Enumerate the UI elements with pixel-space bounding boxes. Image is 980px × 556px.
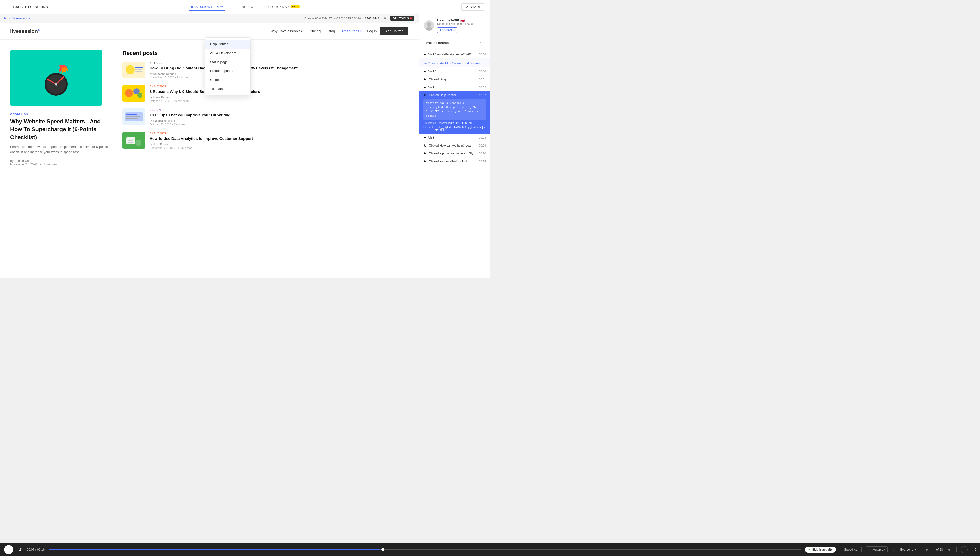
event-clicked-help-search[interactable]: 🖱 Clicked How can we help? Learn how... … [419, 141, 490, 149]
monitor-icon: 🖥 [383, 17, 386, 20]
post-item-4[interactable]: ANALYTICS How to Use Data Analytics to I… [123, 132, 408, 149]
event-visit-2[interactable]: ➤ Visit . 00:02 [419, 83, 490, 91]
event-clicked-img[interactable]: 🖱 Clicked img.img-fluid.d-block 00:15 [419, 157, 490, 165]
dropdown-status-page[interactable]: Status page [205, 57, 250, 66]
url-bar: https://livesession.io/ Chrome 88.0.4324… [0, 14, 418, 23]
timeline-header: Timeline events ··· [419, 37, 490, 48]
dev-tools-dot [410, 17, 412, 19]
signup-button[interactable]: Sign up free [380, 27, 408, 35]
post-info-4: ANALYTICS How to Use Data Analytics to I… [150, 132, 408, 149]
post-item-1[interactable]: ARTICLE How To Bring Old Content Back To… [123, 61, 408, 79]
tab-session-replay[interactable]: ⏺ SESSION REPLAY [189, 3, 225, 11]
site-logo: livesession° [10, 28, 40, 34]
url-text: https://livesession.io/ [4, 16, 32, 20]
event-visit-newsletters[interactable]: ➤ Visit /newsletters/january-2020/ 00:00 [419, 50, 490, 58]
svg-point-23 [135, 140, 141, 146]
post-info-3: DESIGN 10 UI Tips That Will Improve Your… [150, 108, 408, 126]
resolution-text: 2560x1440 [365, 17, 379, 20]
flag-icon: 🇵🇱 [460, 18, 465, 22]
timeline-options-button[interactable]: ··· [480, 40, 485, 45]
event-detail-element: Element a.link__StyledLink-dl3k9h-0.eggE… [423, 126, 486, 131]
event-visit-3[interactable]: ➤ Visit . 00:08 [419, 134, 490, 141]
visit-icon: ➤ [423, 52, 426, 56]
post-thumbnail-3 [123, 108, 145, 125]
play-circle-icon: ⏺ [191, 5, 194, 9]
top-nav: ⏺ SESSION REPLAY ◻ INSPECT ◎ CLICKMAP BE… [189, 3, 300, 11]
event-clicked-input[interactable]: 🖱 Clicked input.autocomplete__StyledI...… [419, 149, 490, 157]
dropdown-tutorials[interactable]: Tutorials [205, 84, 250, 93]
post-info-2: ANALYTICS 8 Reasons Why UX Should Be a P… [150, 85, 408, 102]
right-sidebar: User fba9e9f0 🇵🇱 December 8th 2020, 11:0… [418, 14, 490, 278]
sidebar-user-section: User fba9e9f0 🇵🇱 December 8th 2020, 11:0… [419, 14, 490, 37]
click-icon: 🖱 [423, 159, 427, 163]
svg-rect-6 [135, 66, 143, 68]
post-title-3: 10 UI Tips That Will Improve Your UX Wri… [150, 112, 408, 118]
event-clicked-help-center[interactable]: 🖱 Clicked Help Center 00:07 #gatsby-focu… [419, 91, 490, 134]
back-arrow-icon: ← [8, 5, 11, 9]
clickmap-label: CLICKMAP [272, 5, 289, 9]
featured-meta: by Ronald Cain November 27, 2020 • 8 min… [10, 159, 112, 166]
nav-pricing[interactable]: Pricing [310, 29, 321, 33]
post-thumbnail-2 [123, 85, 145, 102]
svg-point-5 [126, 65, 135, 74]
post-title-2: 8 Reasons Why UX Should Be a Priority fo… [150, 89, 408, 94]
share-button[interactable]: ↗ SHARE [462, 3, 485, 11]
click-icon: 🖱 [423, 93, 427, 97]
svg-rect-8 [135, 71, 142, 72]
post-item-2[interactable]: ANALYTICS 8 Reasons Why UX Should Be a P… [123, 85, 408, 102]
click-icon: 🖱 [423, 78, 427, 81]
post-thumbnail-1 [123, 61, 145, 78]
tab-clickmap[interactable]: ◎ CLICKMAP BETA [266, 3, 300, 11]
svg-rect-17 [126, 118, 138, 119]
back-label: BACK TO SESSIONS [13, 5, 48, 9]
svg-point-10 [125, 89, 133, 97]
featured-category: ANALYTICS [10, 112, 112, 115]
back-to-sessions-button[interactable]: ← BACK TO SESSIONS [5, 3, 51, 10]
nav-why-livesession[interactable]: Why LiveSession? ▾ [270, 29, 302, 33]
inspect-icon: ◻ [236, 5, 239, 9]
dropdown-product-updates[interactable]: Product updates [205, 66, 250, 75]
visit-icon: ➤ [423, 85, 426, 89]
featured-title: Why Website Speed Matters - And How To S… [10, 118, 112, 141]
hero-image [10, 50, 102, 106]
recent-posts: Recent posts [123, 50, 408, 166]
add-tag-button[interactable]: ADD TAG + [437, 27, 457, 33]
chevron-down-icon: ▾ [360, 29, 362, 33]
nav-blog[interactable]: Blog [328, 29, 335, 33]
plus-icon: + [453, 29, 455, 32]
event-visit-home[interactable]: ➤ Visit / 00:00 [419, 67, 490, 75]
dropdown-guides[interactable]: Guides [205, 75, 250, 84]
post-title-1: How To Bring Old Content Back To Life An… [150, 65, 408, 71]
login-button[interactable]: Log in [367, 29, 377, 33]
clickmap-icon: ◎ [268, 5, 271, 9]
website-frame: livesession° Why LiveSession? ▾ Pricing … [0, 23, 418, 278]
main-layout: https://livesession.io/ Chrome 88.0.4324… [0, 14, 490, 278]
dropdown-api-developers[interactable]: API & Developers [205, 48, 250, 57]
svg-point-27 [427, 23, 431, 27]
svg-rect-21 [128, 141, 133, 141]
speedometer-illustration [31, 57, 82, 98]
share-icon: ↗ [465, 5, 468, 9]
user-name-display: User fba9e9f0 🇵🇱 [437, 18, 475, 22]
tab-inspect[interactable]: ◻ INSPECT [235, 3, 256, 11]
svg-rect-20 [128, 139, 134, 139]
browser-area: https://livesession.io/ Chrome 88.0.4324… [0, 14, 418, 278]
post-info-1: ARTICLE How To Bring Old Content Back To… [150, 61, 408, 79]
svg-rect-7 [135, 69, 142, 70]
dropdown-help-center[interactable]: Help Center [205, 40, 250, 48]
dev-tools-button[interactable]: DEV TOOLS [390, 16, 415, 21]
event-detail-timestamp: Timestamp December 8th 2020, 11:08 am [423, 121, 486, 124]
svg-point-3 [55, 83, 57, 86]
chevron-down-icon: ▾ [301, 29, 303, 33]
post-item-3[interactable]: DESIGN 10 UI Tips That Will Improve Your… [123, 108, 408, 126]
visit-icon: ➤ [423, 136, 426, 139]
site-nav: Why LiveSession? ▾ Pricing Blog Resource… [270, 29, 362, 33]
click-icon: 🖱 [423, 144, 427, 147]
svg-rect-15 [126, 113, 137, 115]
svg-rect-22 [128, 142, 133, 143]
top-bar: ← BACK TO SESSIONS ⏺ SESSION REPLAY ◻ IN… [0, 0, 490, 14]
nav-resources[interactable]: Resources ▾ [342, 29, 362, 33]
site-header: livesession° Why LiveSession? ▾ Pricing … [0, 23, 418, 40]
click-icon: 🖱 [423, 151, 427, 155]
event-clicked-blog[interactable]: 🖱 Clicked Blog 00:01 [419, 75, 490, 83]
